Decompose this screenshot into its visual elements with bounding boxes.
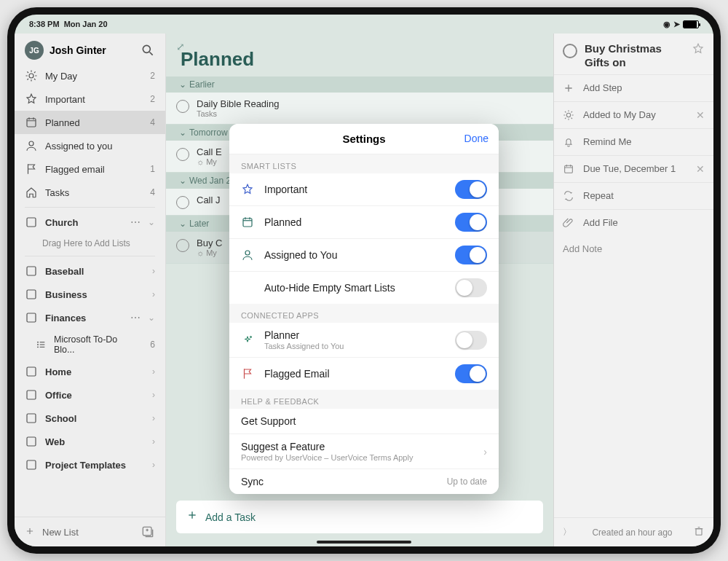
avatar[interactable]: JG	[25, 41, 44, 60]
list-icon	[25, 412, 38, 425]
plus-icon	[563, 82, 574, 94]
chevron-right-icon[interactable]: ›	[152, 266, 155, 276]
sidebar-item-important[interactable]: Important2	[15, 87, 165, 111]
search-button[interactable]	[141, 43, 155, 58]
more-icon[interactable]: ⋯	[130, 312, 141, 323]
get-support-row[interactable]: Get Support	[229, 409, 499, 434]
sidebar-item-project-templates[interactable]: Project Templates›	[15, 453, 165, 476]
section-help: HELP & FEEDBACK	[229, 390, 499, 409]
complete-toggle[interactable]	[176, 196, 189, 209]
flag-icon	[241, 367, 254, 380]
section-connected-apps: CONNECTED APPS	[229, 304, 499, 323]
bullets-icon	[35, 339, 47, 350]
delete-task-button[interactable]	[693, 525, 705, 539]
sync-row[interactable]: Sync Up to date	[229, 469, 499, 494]
toggle[interactable]	[455, 246, 487, 264]
detail-panel: Buy Christmas Gifts on Add Step Added to…	[553, 34, 713, 546]
sidebar-item-my-day[interactable]: My Day2	[15, 64, 165, 87]
settings-row-auto-hide-empty-smart-lists[interactable]: Auto-Hide Empty Smart Lists	[229, 272, 499, 304]
status-time: 8:38 PM	[29, 20, 60, 28]
status-date: Mon Jan 20	[64, 20, 108, 28]
sidebar: JG Josh Ginter My Day2Important2Planned4…	[15, 34, 166, 546]
drag-hint: Drag Here to Add Lists	[15, 234, 165, 253]
toggle[interactable]	[455, 364, 487, 383]
toggle[interactable]	[455, 180, 487, 199]
settings-row-flagged-email[interactable]: Flagged Email	[229, 358, 499, 390]
list-icon	[25, 435, 38, 448]
sidebar-item-web[interactable]: Web›	[15, 430, 165, 453]
settings-row-planned[interactable]: Planned	[229, 206, 499, 239]
wifi-icon: ◉	[663, 20, 670, 29]
settings-row-assigned-to-you[interactable]: Assigned to You	[229, 239, 499, 272]
complete-toggle[interactable]	[176, 100, 189, 113]
sidebar-item-planned[interactable]: Planned4	[15, 111, 165, 134]
repeat-row[interactable]: Repeat	[554, 182, 713, 209]
sidebar-item-home[interactable]: Home›	[15, 360, 165, 383]
settings-row-planner[interactable]: PlannerTasks Assigned to You	[229, 323, 499, 358]
sidebar-item-flagged-email[interactable]: Flagged email1	[15, 157, 165, 181]
chevron-right-icon[interactable]: ›	[152, 366, 155, 377]
chevron-down-icon[interactable]: ⌄	[148, 217, 155, 227]
calendar-icon	[563, 163, 574, 175]
list-icon	[25, 365, 38, 378]
toggle[interactable]	[455, 331, 487, 350]
star-icon	[25, 93, 38, 106]
chevron-right-icon[interactable]: ›	[152, 413, 155, 423]
sidebar-item-finances[interactable]: Finances⋯⌄	[15, 306, 165, 329]
complete-toggle[interactable]	[176, 239, 189, 252]
done-button[interactable]: Done	[464, 133, 488, 144]
add-step-row[interactable]: Add Step	[554, 74, 713, 101]
attach-icon	[563, 217, 574, 229]
sidebar-item-business[interactable]: Business›	[15, 283, 165, 306]
toggle[interactable]	[455, 278, 487, 297]
more-icon[interactable]: ⋯	[130, 216, 141, 228]
chevron-right-icon[interactable]: ›	[152, 289, 155, 299]
bell-icon	[563, 136, 574, 148]
sidebar-item-microsoft-to-do-blo...[interactable]: Microsoft To-Do Blo...6	[15, 329, 165, 360]
add-file-row[interactable]: Add File	[554, 209, 713, 236]
home-indicator[interactable]	[317, 541, 411, 544]
star-button[interactable]	[692, 42, 705, 58]
group-header[interactable]: ⌄Earlier	[166, 76, 553, 93]
plus-icon	[186, 509, 198, 525]
chevron-right-icon[interactable]: ›	[152, 460, 155, 470]
sidebar-item-assigned-to-you[interactable]: Assigned to you	[15, 134, 165, 157]
add-note-field[interactable]: Add Note	[554, 236, 713, 262]
flag-icon	[25, 162, 38, 176]
task-row[interactable]: Daily Bible ReadingTasks	[166, 93, 553, 125]
add-task-input[interactable]: Add a Task	[176, 501, 543, 533]
chevron-right-icon[interactable]: ›	[152, 436, 155, 447]
list-icon	[25, 264, 38, 278]
sidebar-item-baseball[interactable]: Baseball›	[15, 259, 165, 283]
sidebar-item-tasks[interactable]: Tasks4	[15, 181, 165, 204]
suggest-feature-row[interactable]: Suggest a Feature Powered by UserVoice –…	[229, 434, 499, 469]
my-day-row[interactable]: Added to My Day ✕	[554, 101, 713, 128]
toggle[interactable]	[455, 213, 487, 232]
sidebar-item-office[interactable]: Office›	[15, 383, 165, 407]
chevron-down-icon: ⌄	[179, 79, 186, 90]
chevron-down-icon[interactable]: ⌄	[148, 313, 155, 323]
expand-icon[interactable]: ⤢	[176, 41, 185, 52]
chevron-down-icon: ⌄	[179, 219, 186, 229]
complete-toggle[interactable]	[176, 148, 189, 161]
chevron-down-icon: ⌄	[179, 176, 186, 186]
complete-toggle[interactable]	[563, 44, 577, 58]
new-group-button[interactable]	[141, 525, 155, 539]
chevron-right-icon[interactable]: ›	[152, 390, 155, 400]
modal-title: Settings Done	[229, 124, 499, 154]
due-row[interactable]: Due Tue, December 1 ✕	[554, 155, 713, 182]
chevron-down-icon: ⌄	[179, 128, 186, 138]
star-icon	[241, 183, 254, 196]
remove-myday-button[interactable]: ✕	[696, 109, 705, 121]
remove-due-button[interactable]: ✕	[696, 163, 705, 175]
settings-row-important[interactable]: Important	[229, 173, 499, 206]
remind-row[interactable]: Remind Me	[554, 128, 713, 155]
task-title[interactable]: Buy Christmas Gifts on	[585, 42, 684, 70]
account-name[interactable]: Josh Ginter	[50, 44, 135, 56]
new-list-button[interactable]: New List	[15, 517, 165, 546]
hide-detail-button[interactable]: 〉	[563, 526, 571, 538]
sidebar-item-school[interactable]: School›	[15, 407, 165, 430]
sidebar-item-church[interactable]: Church⋯⌄	[15, 211, 165, 234]
list-icon	[25, 311, 38, 324]
calendar-icon	[25, 116, 38, 129]
